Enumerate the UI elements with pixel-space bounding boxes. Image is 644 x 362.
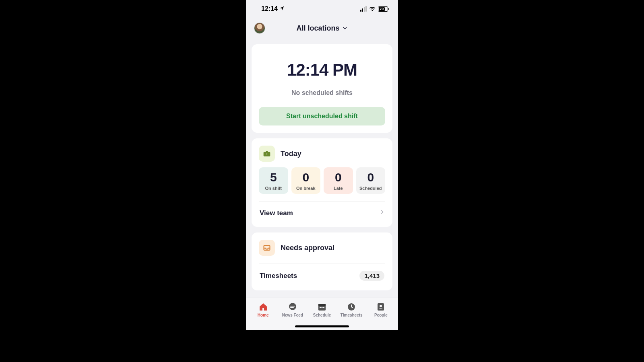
app-header: All locations (246, 18, 398, 39)
stat-late[interactable]: 0 Late (324, 167, 353, 194)
stat-label: Scheduled (358, 186, 384, 191)
svg-point-10 (380, 305, 382, 307)
location-services-icon (279, 5, 285, 12)
view-team-label: View team (260, 209, 293, 217)
avatar[interactable] (254, 23, 265, 34)
tab-label: People (374, 313, 388, 317)
tab-label: Timesheets (341, 313, 363, 317)
tab-label: Home (258, 313, 269, 317)
stat-value: 5 (260, 171, 287, 183)
approval-row-label: Timesheets (260, 272, 297, 280)
approval-header: Needs approval (259, 240, 385, 256)
view-team-row[interactable]: View team (259, 202, 385, 220)
stat-scheduled[interactable]: 0 Scheduled (356, 167, 386, 194)
tab-label: News Feed (282, 313, 303, 317)
chat-icon (288, 302, 297, 312)
home-indicator[interactable] (295, 325, 349, 327)
clock-card: 12:14 PM No scheduled shifts Start unsch… (252, 44, 392, 133)
cellular-signal-icon (360, 6, 367, 12)
inbox-icon (259, 240, 275, 256)
needs-approval-card: Needs approval Timesheets 1,413 (252, 232, 392, 290)
ios-status-bar: 12:14 70 (246, 0, 398, 18)
today-header: Today (259, 146, 385, 162)
wifi-icon (369, 6, 376, 11)
stat-on-break[interactable]: 0 On break (291, 167, 321, 194)
battery-icon: 70 (378, 6, 389, 12)
status-time: 12:14 (261, 5, 278, 12)
phone-screen: 12:14 70 All locations (246, 0, 398, 330)
person-card-icon (376, 302, 386, 312)
status-time-group: 12:14 (261, 5, 285, 12)
stat-value: 0 (358, 171, 384, 183)
today-stats-row: 5 On shift 0 On break 0 Late 0 Scheduled (259, 167, 385, 194)
battery-percent: 70 (379, 7, 385, 11)
home-icon (258, 302, 268, 312)
status-right-group: 70 (360, 6, 390, 12)
calendar-icon (317, 302, 327, 312)
today-card: Today 5 On shift 0 On break 0 Late 0 Sch… (252, 138, 392, 227)
location-selector[interactable]: All locations (246, 24, 398, 33)
stat-on-shift[interactable]: 5 On shift (259, 167, 288, 194)
start-unscheduled-shift-button[interactable]: Start unscheduled shift (259, 107, 385, 125)
svg-rect-7 (323, 307, 324, 308)
location-label: All locations (296, 24, 339, 33)
svg-rect-4 (318, 304, 326, 306)
approval-title: Needs approval (281, 244, 334, 252)
stat-label: On break (293, 186, 319, 191)
briefcase-icon (259, 146, 275, 162)
timesheets-approval-row[interactable]: Timesheets 1,413 (259, 263, 385, 282)
bottom-tab-bar: Home News Feed Schedule Timesheets Peopl… (246, 298, 398, 330)
stat-label: Late (325, 186, 351, 191)
tab-people[interactable]: People (366, 300, 396, 330)
approval-count-badge: 1,413 (359, 271, 384, 281)
svg-rect-6 (322, 307, 323, 308)
current-time: 12:14 PM (259, 60, 385, 80)
tab-home[interactable]: Home (248, 300, 278, 330)
stat-value: 0 (325, 171, 351, 183)
tab-label: Schedule (313, 313, 331, 317)
stat-label: On shift (260, 186, 287, 191)
chevron-right-icon (380, 209, 384, 217)
svg-rect-5 (320, 307, 321, 308)
chevron-down-icon (342, 25, 348, 31)
content-scroll[interactable]: 12:14 PM No scheduled shifts Start unsch… (246, 44, 398, 330)
svg-point-0 (266, 154, 268, 155)
today-title: Today (281, 150, 301, 158)
clock-icon (347, 302, 356, 312)
shift-status: No scheduled shifts (259, 89, 385, 97)
stat-value: 0 (293, 171, 319, 183)
